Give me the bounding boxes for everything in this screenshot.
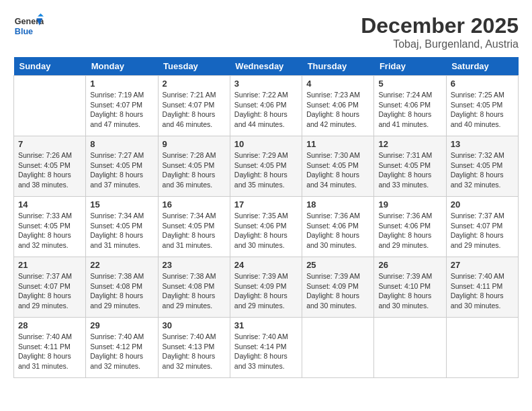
- day-number: 24: [234, 260, 298, 270]
- weekday-header-thursday: Thursday: [302, 57, 374, 76]
- day-detail: Sunrise: 7:37 AMSunset: 4:07 PMDaylight:…: [18, 271, 81, 311]
- day-number: 23: [163, 260, 226, 270]
- weekday-header-tuesday: Tuesday: [158, 57, 230, 76]
- day-cell: 2Sunrise: 7:21 AMSunset: 4:07 PMDaylight…: [158, 76, 230, 136]
- day-detail: Sunrise: 7:39 AMSunset: 4:10 PMDaylight:…: [378, 271, 441, 311]
- weekday-header-saturday: Saturday: [446, 57, 518, 76]
- day-number: 13: [451, 139, 514, 149]
- day-detail: Sunrise: 7:39 AMSunset: 4:09 PMDaylight:…: [234, 271, 298, 311]
- day-number: 30: [163, 320, 226, 330]
- day-cell: 20Sunrise: 7:37 AMSunset: 4:07 PMDayligh…: [446, 197, 518, 257]
- day-cell: 27Sunrise: 7:40 AMSunset: 4:11 PMDayligh…: [446, 257, 518, 318]
- day-number: 10: [234, 139, 298, 149]
- day-cell: 30Sunrise: 7:40 AMSunset: 4:13 PMDayligh…: [158, 318, 230, 378]
- day-detail: Sunrise: 7:35 AMSunset: 4:06 PMDaylight:…: [234, 211, 298, 250]
- week-row-5: 28Sunrise: 7:40 AMSunset: 4:11 PMDayligh…: [14, 318, 519, 378]
- day-detail: Sunrise: 7:30 AMSunset: 4:05 PMDaylight:…: [306, 150, 369, 190]
- day-detail: Sunrise: 7:36 AMSunset: 4:06 PMDaylight:…: [378, 211, 441, 250]
- week-row-4: 21Sunrise: 7:37 AMSunset: 4:07 PMDayligh…: [14, 257, 519, 318]
- day-number: 4: [306, 79, 369, 89]
- day-number: 26: [378, 260, 441, 270]
- day-number: 27: [451, 260, 514, 270]
- day-number: 3: [234, 79, 298, 89]
- weekday-header-sunday: Sunday: [14, 57, 86, 76]
- day-detail: Sunrise: 7:40 AMSunset: 4:13 PMDaylight:…: [163, 332, 226, 371]
- weekday-header-row: SundayMondayTuesdayWednesdayThursdayFrid…: [14, 57, 519, 76]
- day-cell: [14, 76, 86, 136]
- day-cell: 15Sunrise: 7:34 AMSunset: 4:05 PMDayligh…: [86, 197, 158, 257]
- day-number: 12: [378, 139, 441, 149]
- weekday-header-wednesday: Wednesday: [230, 57, 302, 76]
- day-cell: 29Sunrise: 7:40 AMSunset: 4:12 PMDayligh…: [86, 318, 158, 378]
- day-number: 8: [90, 139, 153, 149]
- month-year-title: December 2025: [361, 13, 519, 38]
- logo: General Blue: [13, 13, 44, 39]
- day-cell: 7Sunrise: 7:26 AMSunset: 4:05 PMDaylight…: [14, 136, 86, 197]
- day-number: 31: [234, 320, 298, 330]
- day-detail: Sunrise: 7:33 AMSunset: 4:05 PMDaylight:…: [18, 211, 81, 250]
- svg-marker-3: [38, 13, 44, 17]
- day-number: 19: [378, 199, 441, 210]
- day-number: 5: [378, 79, 441, 89]
- day-detail: Sunrise: 7:21 AMSunset: 4:07 PMDaylight:…: [163, 90, 226, 130]
- day-cell: 18Sunrise: 7:36 AMSunset: 4:06 PMDayligh…: [302, 197, 374, 257]
- day-detail: Sunrise: 7:28 AMSunset: 4:05 PMDaylight:…: [163, 150, 226, 190]
- day-cell: 25Sunrise: 7:39 AMSunset: 4:09 PMDayligh…: [302, 257, 374, 318]
- svg-text:Blue: Blue: [15, 27, 33, 36]
- day-number: 18: [306, 199, 369, 210]
- day-cell: 19Sunrise: 7:36 AMSunset: 4:06 PMDayligh…: [374, 197, 446, 257]
- day-detail: Sunrise: 7:25 AMSunset: 4:05 PMDaylight:…: [451, 90, 514, 130]
- day-detail: Sunrise: 7:40 AMSunset: 4:14 PMDaylight:…: [234, 332, 298, 371]
- day-number: 29: [90, 320, 153, 330]
- day-detail: Sunrise: 7:19 AMSunset: 4:07 PMDaylight:…: [90, 90, 153, 130]
- day-number: 20: [451, 199, 514, 210]
- day-cell: [374, 318, 446, 378]
- day-cell: [302, 318, 374, 378]
- day-detail: Sunrise: 7:22 AMSunset: 4:06 PMDaylight:…: [234, 90, 298, 130]
- day-detail: Sunrise: 7:38 AMSunset: 4:08 PMDaylight:…: [163, 271, 226, 311]
- location-subtitle: Tobaj, Burgenland, Austria: [361, 38, 519, 50]
- page-header: General Blue December 2025 Tobaj, Burgen…: [13, 13, 519, 50]
- day-detail: Sunrise: 7:34 AMSunset: 4:05 PMDaylight:…: [90, 211, 153, 250]
- day-number: 6: [451, 79, 514, 89]
- day-cell: 14Sunrise: 7:33 AMSunset: 4:05 PMDayligh…: [14, 197, 86, 257]
- day-detail: Sunrise: 7:40 AMSunset: 4:11 PMDaylight:…: [451, 271, 514, 311]
- day-detail: Sunrise: 7:34 AMSunset: 4:05 PMDaylight:…: [163, 211, 226, 250]
- day-detail: Sunrise: 7:39 AMSunset: 4:09 PMDaylight:…: [306, 271, 369, 311]
- day-cell: 16Sunrise: 7:34 AMSunset: 4:05 PMDayligh…: [158, 197, 230, 257]
- day-cell: 9Sunrise: 7:28 AMSunset: 4:05 PMDaylight…: [158, 136, 230, 197]
- day-cell: 23Sunrise: 7:38 AMSunset: 4:08 PMDayligh…: [158, 257, 230, 318]
- day-detail: Sunrise: 7:31 AMSunset: 4:05 PMDaylight:…: [378, 150, 441, 190]
- day-cell: 8Sunrise: 7:27 AMSunset: 4:05 PMDaylight…: [86, 136, 158, 197]
- week-row-1: 1Sunrise: 7:19 AMSunset: 4:07 PMDaylight…: [14, 76, 519, 136]
- day-cell: 24Sunrise: 7:39 AMSunset: 4:09 PMDayligh…: [230, 257, 302, 318]
- weekday-header-friday: Friday: [374, 57, 446, 76]
- day-detail: Sunrise: 7:24 AMSunset: 4:06 PMDaylight:…: [378, 90, 441, 130]
- day-cell: 11Sunrise: 7:30 AMSunset: 4:05 PMDayligh…: [302, 136, 374, 197]
- day-number: 28: [18, 320, 81, 330]
- day-number: 15: [90, 199, 153, 210]
- day-detail: Sunrise: 7:23 AMSunset: 4:06 PMDaylight:…: [306, 90, 369, 130]
- day-detail: Sunrise: 7:38 AMSunset: 4:08 PMDaylight:…: [90, 271, 153, 311]
- day-number: 22: [90, 260, 153, 270]
- day-number: 2: [163, 79, 226, 89]
- day-cell: 28Sunrise: 7:40 AMSunset: 4:11 PMDayligh…: [14, 318, 86, 378]
- day-cell: 10Sunrise: 7:29 AMSunset: 4:05 PMDayligh…: [230, 136, 302, 197]
- title-block: December 2025 Tobaj, Burgenland, Austria: [361, 13, 519, 50]
- day-detail: Sunrise: 7:40 AMSunset: 4:12 PMDaylight:…: [90, 332, 153, 371]
- day-number: 16: [163, 199, 226, 210]
- day-detail: Sunrise: 7:27 AMSunset: 4:05 PMDaylight:…: [90, 150, 153, 190]
- day-number: 25: [306, 260, 369, 270]
- day-cell: 6Sunrise: 7:25 AMSunset: 4:05 PMDaylight…: [446, 76, 518, 136]
- day-cell: [446, 318, 518, 378]
- day-number: 11: [306, 139, 369, 149]
- day-detail: Sunrise: 7:26 AMSunset: 4:05 PMDaylight:…: [18, 150, 81, 190]
- day-detail: Sunrise: 7:32 AMSunset: 4:05 PMDaylight:…: [451, 150, 514, 190]
- day-cell: 5Sunrise: 7:24 AMSunset: 4:06 PMDaylight…: [374, 76, 446, 136]
- day-cell: 17Sunrise: 7:35 AMSunset: 4:06 PMDayligh…: [230, 197, 302, 257]
- day-cell: 26Sunrise: 7:39 AMSunset: 4:10 PMDayligh…: [374, 257, 446, 318]
- week-row-3: 14Sunrise: 7:33 AMSunset: 4:05 PMDayligh…: [14, 197, 519, 257]
- day-cell: 22Sunrise: 7:38 AMSunset: 4:08 PMDayligh…: [86, 257, 158, 318]
- day-number: 17: [234, 199, 298, 210]
- weekday-header-monday: Monday: [86, 57, 158, 76]
